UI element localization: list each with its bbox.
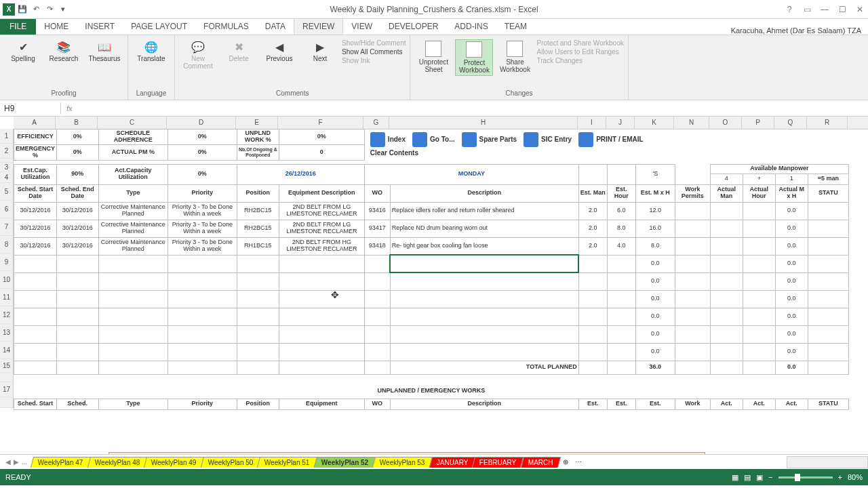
cell[interactable] [237, 255, 279, 272]
zoom-slider[interactable] [778, 476, 833, 479]
cell[interactable] [710, 272, 743, 290]
cell[interactable]: 30/12/2016 [56, 202, 98, 220]
tab-nav[interactable]: ◀▶... [0, 458, 33, 466]
cell[interactable] [808, 237, 848, 255]
cell[interactable] [710, 290, 743, 308]
sheet-tab[interactable]: WeeklyPlan 47 [31, 457, 91, 468]
cell[interactable] [675, 308, 710, 325]
unprotect-sheet-button[interactable]: Unprotect Sheet [414, 39, 452, 75]
cell[interactable] [808, 308, 848, 325]
cell[interactable] [98, 272, 167, 290]
cell[interactable]: Priority 3 - To be Done Within a week [167, 220, 237, 237]
cell[interactable] [607, 325, 635, 343]
cell[interactable] [56, 308, 98, 325]
cell[interactable] [675, 202, 710, 220]
tab-developer[interactable]: DEVELOPER [380, 18, 446, 35]
cell[interactable] [390, 343, 578, 361]
col-header[interactable]: F [278, 117, 363, 129]
cell[interactable] [167, 290, 237, 308]
cell[interactable]: 4.0 [607, 237, 635, 255]
fx-icon[interactable]: fx [61, 104, 78, 113]
cell[interactable]: Priority 3 - To be Done Within a week [167, 237, 237, 255]
user-name[interactable]: Karacuha, Ahmet (Dar Es Salaam) TZA [731, 26, 861, 35]
col-header[interactable]: N [674, 117, 709, 129]
cell[interactable]: 0.0 [635, 255, 675, 272]
cell[interactable]: 30/12/2016 [14, 220, 57, 237]
cell[interactable]: 2.0 [578, 220, 607, 237]
sheet-tab[interactable]: WeeklyPlan 49 [144, 457, 204, 468]
cell[interactable] [743, 272, 775, 290]
cell[interactable] [98, 255, 167, 272]
cell[interactable] [390, 325, 578, 343]
cell[interactable]: 0.0 [775, 202, 808, 220]
cell[interactable] [675, 237, 710, 255]
cell[interactable]: Priority 3 - To be Done Within a week [167, 202, 237, 220]
cell[interactable] [237, 343, 279, 361]
cell[interactable] [98, 308, 167, 325]
col-header[interactable]: A [14, 117, 56, 129]
cell[interactable] [279, 308, 364, 325]
tab-prev-icon[interactable]: ◀ [5, 458, 11, 466]
cell[interactable] [743, 325, 775, 343]
cell[interactable]: 0.0 [775, 237, 808, 255]
cell[interactable]: 8.0 [607, 220, 635, 237]
cell[interactable] [808, 343, 848, 361]
cell[interactable]: Corrective Maintenance Planned [98, 237, 167, 255]
cell[interactable] [167, 255, 237, 272]
cell[interactable] [808, 255, 848, 272]
cell[interactable] [56, 255, 98, 272]
cell[interactable] [14, 255, 57, 272]
cell[interactable]: 2.0 [578, 202, 607, 220]
tab-next-icon[interactable]: ▶ [14, 458, 19, 466]
col-header[interactable]: K [635, 117, 674, 129]
cell[interactable]: 0.0 [775, 343, 808, 361]
tab-home[interactable]: HOME [36, 18, 77, 35]
cell[interactable] [710, 237, 743, 255]
qat-more-icon[interactable]: ▾ [57, 3, 69, 16]
cell[interactable] [743, 220, 775, 237]
research-button[interactable]: 📚Research [45, 39, 83, 64]
new-sheet-icon[interactable]: ⊕ [559, 458, 572, 466]
name-box[interactable]: H9 [0, 102, 61, 115]
cell[interactable] [743, 290, 775, 308]
previous-comment-button[interactable]: ◀Previous [260, 39, 298, 64]
share-workbook-button[interactable]: Share Workbook [496, 39, 534, 75]
cell[interactable] [237, 272, 279, 290]
redo-icon[interactable]: ↷ [43, 3, 56, 16]
thesaurus-button[interactable]: 📖Thesaurus [85, 39, 123, 64]
cell[interactable]: 2ND BELT FROM LG LIMESTONE RECLAMER [279, 202, 364, 220]
cell[interactable] [237, 308, 279, 325]
cell[interactable] [14, 308, 57, 325]
cell[interactable]: 0.0 [775, 255, 808, 272]
col-header[interactable]: G [363, 117, 389, 129]
cell[interactable]: 6.0 [607, 202, 635, 220]
cell[interactable] [578, 272, 607, 290]
cell[interactable] [675, 272, 710, 290]
tab-view[interactable]: VIEW [343, 18, 380, 35]
next-comment-button[interactable]: ▶Next [301, 39, 339, 64]
cell[interactable] [743, 237, 775, 255]
cell[interactable] [98, 290, 167, 308]
cell[interactable] [578, 308, 607, 325]
cell[interactable] [56, 343, 98, 361]
horizontal-scrollbar[interactable] [787, 456, 868, 468]
cell[interactable] [56, 272, 98, 290]
cell[interactable] [607, 343, 635, 361]
cell[interactable] [237, 290, 279, 308]
cell[interactable] [675, 255, 710, 272]
col-header[interactable]: O [709, 117, 742, 129]
file-tab[interactable]: FILE [0, 18, 36, 35]
cell[interactable] [607, 290, 635, 308]
cell[interactable] [279, 272, 364, 290]
cell[interactable]: 2ND BELT FROM HG LIMESTONE RECLAMER [279, 237, 364, 255]
cell[interactable]: Replace idlers roller and return roller … [390, 202, 578, 220]
tab-addins[interactable]: ADD-INS [446, 18, 496, 35]
translate-button[interactable]: 🌐Translate [132, 39, 170, 64]
cell[interactable] [808, 202, 848, 220]
zoom-in-icon[interactable]: + [838, 473, 842, 481]
tab-formulas[interactable]: FORMULAS [195, 18, 257, 35]
cell[interactable] [56, 290, 98, 308]
sheet-tab[interactable]: WeeklyPlan 48 [87, 457, 148, 468]
cell[interactable] [279, 343, 364, 361]
undo-icon[interactable]: ↶ [30, 3, 42, 16]
